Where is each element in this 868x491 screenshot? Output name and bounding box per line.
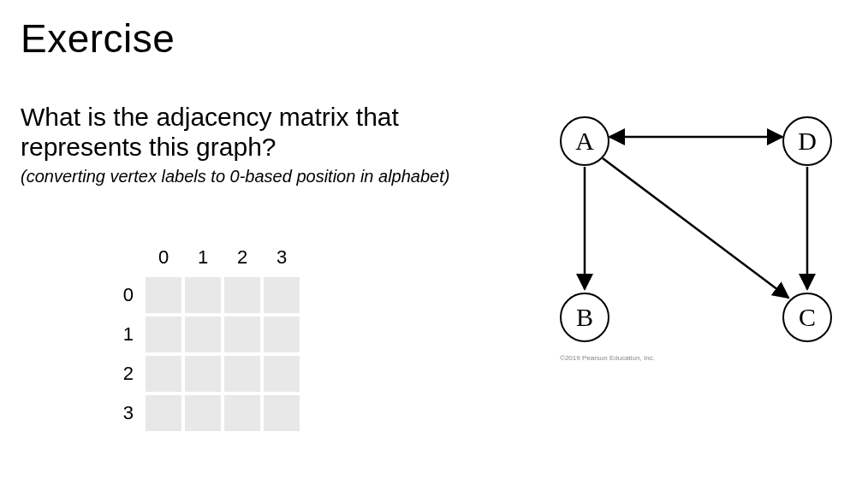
matrix-cell [224,316,260,352]
col-header: 0 [146,241,181,274]
hint-text: (converting vertex labels to 0-based pos… [21,167,526,186]
slide: Exercise What is the adjacency matrix th… [0,0,868,491]
matrix-cell [146,356,181,392]
graph-node-c: C [782,293,832,342]
matrix-cell [185,356,221,392]
matrix-table: 0 1 2 3 0 1 [103,238,303,435]
row-header: 0 [106,277,142,313]
col-header: 3 [264,241,300,274]
row-header: 1 [106,316,142,352]
matrix-row: 0 [106,277,300,313]
graph-node-a: A [560,116,609,166]
row-header: 2 [106,356,142,392]
adjacency-matrix: 0 1 2 3 0 1 [103,238,303,435]
matrix-row: 3 [106,395,300,431]
matrix-cell [146,277,181,313]
page-title: Exercise [21,15,847,62]
matrix-cell [185,395,221,431]
graph-node-b: B [560,293,609,342]
row-header: 3 [106,395,142,431]
matrix-cell [146,395,181,431]
graph-node-d: D [782,116,832,166]
question-text: What is the adjacency matrix that repres… [21,103,526,162]
right-column: A D B C ©2019 Pearson Education, Inc. [526,103,847,438]
matrix-header-row: 0 1 2 3 [106,241,300,274]
matrix-row: 1 [106,316,300,352]
col-header: 2 [224,241,260,274]
left-column: What is the adjacency matrix that repres… [21,103,526,438]
content-row: What is the adjacency matrix that repres… [21,103,847,438]
matrix-cell [185,316,221,352]
matrix-cell [224,356,260,392]
copyright-text: ©2019 Pearson Education, Inc. [560,354,655,362]
matrix-cell [264,395,300,431]
matrix-cell [264,316,300,352]
svg-line-2 [603,158,788,298]
graph-diagram: A D B C ©2019 Pearson Education, Inc. [534,103,859,359]
matrix-cell [185,277,221,313]
matrix-cell [146,316,181,352]
matrix-cell [264,277,300,313]
matrix-row: 2 [106,356,300,392]
col-header: 1 [185,241,221,274]
matrix-cell [224,277,260,313]
matrix-cell [264,356,300,392]
matrix-cell [224,395,260,431]
